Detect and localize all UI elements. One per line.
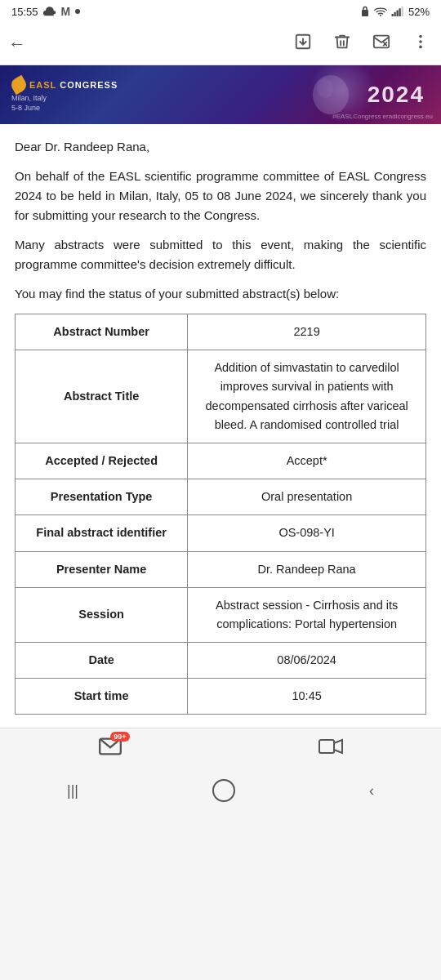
table-value-cell: Dr. Randeep Rana (188, 551, 426, 587)
reply-button[interactable] (369, 29, 394, 58)
table-label-cell: Final abstract identifier (16, 515, 188, 551)
back-nav-button[interactable]: ‹ (369, 782, 374, 800)
table-row: Accepted / RejectedAccept* (16, 443, 426, 479)
banner-liver-icon (310, 72, 351, 117)
table-label-cell: Abstract Number (16, 314, 188, 350)
table-value-cell: 08/06/2024 (188, 643, 426, 679)
table-label-cell: Presenter Name (16, 551, 188, 587)
status-bar: 15:55 M 52% (0, 0, 441, 23)
table-value-cell: 2219 (188, 314, 426, 350)
mail-badge: 99+ (110, 732, 129, 742)
email-para3: You may find the status of your submitte… (15, 284, 426, 304)
table-value-cell: Oral presentation (188, 479, 426, 515)
banner-hashtag: #EASLCongress eradicongress.eu (332, 113, 433, 120)
table-row: Abstract Number2219 (16, 314, 426, 350)
table-label-cell: Presentation Type (16, 479, 188, 515)
svg-rect-3 (394, 12, 395, 16)
svg-rect-4 (396, 11, 398, 17)
cloud-icon (43, 7, 56, 16)
status-time: 15:55 (11, 6, 38, 18)
mail-app-icon: M (61, 5, 71, 18)
table-value-cell: Addition of simvastatin to carvedilol im… (188, 350, 426, 443)
signal-icon (391, 7, 404, 16)
svg-rect-0 (362, 10, 368, 16)
email-body: Dear Dr. Randeep Rana, On behalf of the … (0, 124, 441, 728)
svg-rect-5 (399, 8, 400, 16)
table-value-cell: OS-098-YI (188, 515, 426, 551)
table-row: Final abstract identifierOS-098-YI (16, 515, 426, 551)
dot-icon (75, 9, 80, 14)
silent-icon (360, 6, 370, 17)
table-value-cell: 10:45 (188, 679, 426, 715)
email-para1: On behalf of the EASL scientific program… (15, 167, 426, 225)
svg-point-8 (419, 35, 422, 38)
status-right: 52% (360, 6, 430, 18)
table-row: Abstract TitleAddition of simvastatin to… (16, 350, 426, 443)
home-button[interactable] (212, 779, 235, 802)
table-value-cell: Accept* (188, 443, 426, 479)
mail-button[interactable]: 99+ (99, 737, 122, 761)
banner-easl-text: EASL (29, 80, 56, 90)
video-button[interactable] (318, 737, 343, 761)
menu-button[interactable]: ||| (67, 782, 78, 800)
download-button[interactable] (291, 29, 315, 58)
table-label-cell: Start time (16, 679, 188, 715)
table-value-cell: Abstract session - Cirrhosis and its com… (188, 587, 426, 642)
svg-point-9 (419, 40, 422, 43)
email-greeting: Dear Dr. Randeep Rana, (15, 137, 426, 157)
banner-logo: EASL CONGRESS Milan, Italy 5-8 June (11, 78, 118, 112)
back-button[interactable]: ← (8, 33, 26, 55)
email-content: EASL CONGRESS Milan, Italy 5-8 June 2024… (0, 65, 441, 728)
email-para2: Many abstracts were submitted to this ev… (15, 235, 426, 274)
phone-nav: ||| ‹ (0, 773, 441, 810)
abstract-table: Abstract Number2219Abstract TitleAdditio… (15, 314, 426, 715)
banner-dates: 5-8 June (11, 104, 118, 112)
battery-level: 52% (408, 6, 430, 18)
more-button[interactable] (408, 29, 433, 58)
banner-congress-text: CONGRESS (60, 80, 118, 90)
banner-location: Milan, Italy (11, 94, 118, 102)
banner-leaf-icon (9, 75, 29, 96)
table-label-cell: Date (16, 643, 188, 679)
table-label-cell: Abstract Title (16, 350, 188, 443)
wifi-icon (374, 7, 387, 16)
svg-point-1 (380, 15, 381, 16)
table-row: SessionAbstract session - Cirrhosis and … (16, 587, 426, 642)
table-label-cell: Session (16, 587, 188, 642)
table-row: Presentation TypeOral presentation (16, 479, 426, 515)
table-row: Start time10:45 (16, 679, 426, 715)
delete-button[interactable] (330, 29, 354, 58)
bottom-nav: 99+ (0, 728, 441, 773)
easl-banner: EASL CONGRESS Milan, Italy 5-8 June 2024… (0, 65, 441, 124)
svg-rect-14 (319, 740, 334, 753)
table-label-cell: Accepted / Rejected (16, 443, 188, 479)
svg-rect-2 (391, 14, 393, 16)
status-left: 15:55 M (11, 5, 80, 18)
nav-bar: ← (0, 23, 441, 65)
svg-point-12 (317, 78, 333, 98)
table-row: Date08/06/2024 (16, 643, 426, 679)
svg-point-10 (419, 46, 422, 49)
svg-rect-6 (401, 7, 403, 16)
table-row: Presenter NameDr. Randeep Rana (16, 551, 426, 587)
banner-year: 2024 (368, 82, 425, 108)
